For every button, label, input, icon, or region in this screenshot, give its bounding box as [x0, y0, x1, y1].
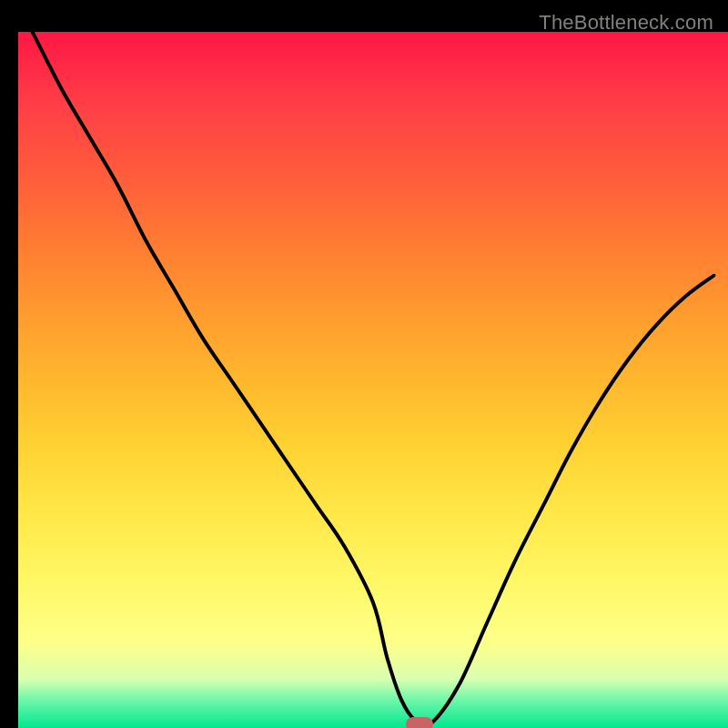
bottleneck-curve: [18, 32, 728, 728]
watermark-text: TheBottleneck.com: [539, 11, 713, 35]
optimal-marker: [406, 717, 433, 728]
chart-gradient-area: [18, 32, 728, 728]
chart-frame: TheBottleneck.com: [9, 9, 719, 719]
